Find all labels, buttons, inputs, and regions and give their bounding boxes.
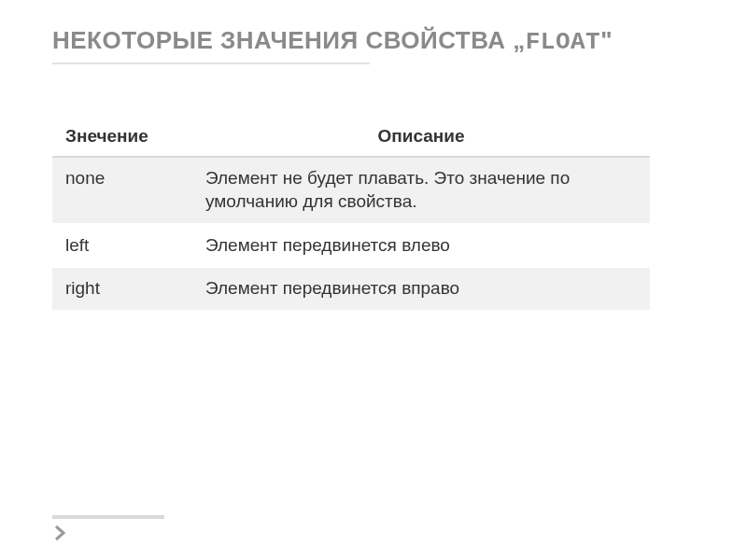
cell-value: left	[52, 224, 192, 268]
cell-value: none	[52, 157, 192, 223]
cell-value: right	[52, 267, 192, 311]
cell-description: Элемент не будет плавать. Это значение п…	[192, 157, 650, 223]
col-header-description: Описание	[192, 117, 650, 157]
title-code: FLOAT	[526, 28, 601, 56]
cell-description: Элемент передвинется вправо	[192, 267, 650, 311]
table-row: right Элемент передвинется вправо	[52, 267, 650, 311]
float-values-table: Знечение Описание none Элемент не будет …	[52, 117, 650, 312]
cell-description: Элемент передвинется влево	[192, 224, 650, 268]
title-suffix: "	[600, 26, 613, 54]
col-header-value: Знечение	[52, 117, 192, 157]
title-underline	[52, 63, 370, 64]
footer-rule	[52, 515, 164, 519]
table-header-row: Знечение Описание	[52, 117, 650, 157]
table-row: left Элемент передвинется влево	[52, 224, 650, 268]
slide: НЕКОТОРЫЕ ЗНАЧЕНИЯ СВОЙСТВА „FLOAT" Знеч…	[0, 0, 747, 560]
title-prefix: НЕКОТОРЫЕ ЗНАЧЕНИЯ СВОЙСТВА „	[52, 26, 526, 54]
chevron-right-icon	[52, 525, 69, 541]
table-row: none Элемент не будет плавать. Это значе…	[52, 157, 650, 223]
page-title: НЕКОТОРЫЕ ЗНАЧЕНИЯ СВОЙСТВА „FLOAT"	[52, 26, 710, 57]
